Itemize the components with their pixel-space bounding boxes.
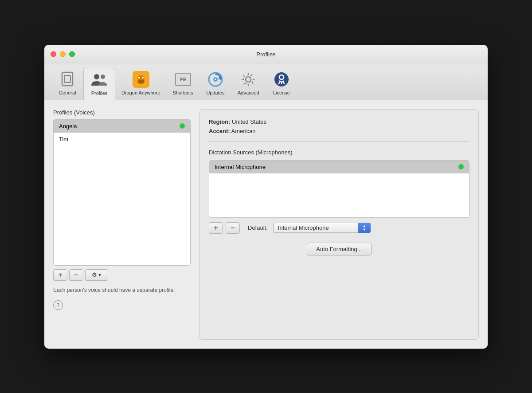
default-mic-select[interactable]: Internal Microphone bbox=[273, 223, 371, 233]
svg-point-10 bbox=[215, 79, 216, 80]
right-panel: Region: United States Accent: American D… bbox=[200, 109, 479, 340]
general-icon-wrap bbox=[59, 71, 76, 88]
remove-mic-button[interactable]: − bbox=[226, 222, 240, 234]
advanced-tab-label: Advanced bbox=[238, 90, 259, 95]
dictation-sources-title: Dictation Sources (Microphones) bbox=[209, 149, 469, 156]
tab-license[interactable]: License bbox=[266, 68, 297, 100]
license-tab-label: License bbox=[273, 90, 290, 95]
svg-point-6 bbox=[138, 77, 140, 79]
shortcuts-tab-label: Shortcuts bbox=[172, 90, 193, 95]
tab-updates[interactable]: Updates bbox=[200, 68, 231, 100]
profiles-icon-wrap bbox=[90, 71, 108, 89]
license-icon-wrap bbox=[273, 71, 290, 88]
window-controls bbox=[51, 51, 75, 57]
microphone-list: Internal Microphone bbox=[209, 160, 469, 218]
mic-remove-icon: − bbox=[231, 224, 235, 232]
active-indicator-angela bbox=[180, 123, 185, 129]
minimize-button[interactable] bbox=[60, 51, 66, 57]
region-value-text: United States bbox=[232, 118, 266, 125]
region-label: Region: bbox=[209, 118, 230, 125]
dragon-icon-wrap bbox=[132, 71, 150, 88]
window-title: Profiles bbox=[256, 51, 275, 58]
close-button[interactable] bbox=[51, 51, 56, 57]
toolbar: General Profiles bbox=[44, 64, 488, 100]
accent-value: American bbox=[231, 128, 256, 134]
profile-item-tim[interactable]: Tim bbox=[54, 133, 190, 145]
remove-profile-button[interactable]: − bbox=[69, 269, 83, 281]
mic-active-indicator bbox=[458, 164, 464, 169]
svg-rect-1 bbox=[64, 75, 70, 83]
gear-icon: ⚙ bbox=[92, 271, 97, 278]
minus-icon: − bbox=[74, 271, 78, 279]
advanced-icon bbox=[240, 71, 256, 87]
title-bar: Profiles bbox=[44, 45, 488, 64]
svg-point-3 bbox=[101, 75, 105, 79]
chevron-down-icon: ▼ bbox=[98, 273, 102, 277]
app-window: Profiles General bbox=[44, 45, 488, 349]
svg-rect-0 bbox=[62, 72, 73, 86]
profiles-list: Angela Tim bbox=[53, 119, 191, 266]
question-mark-icon: ? bbox=[57, 302, 60, 308]
section-divider bbox=[209, 141, 469, 142]
main-content: Profiles (Voices) Angela Tim + − ⚙ bbox=[44, 100, 488, 349]
dragon-tab-label: Dragon Anywhere bbox=[121, 90, 160, 95]
profile-list-controls: + − ⚙ ▼ bbox=[53, 269, 191, 281]
mic-add-icon: + bbox=[214, 224, 218, 232]
maximize-button[interactable] bbox=[69, 51, 75, 57]
general-tab-label: General bbox=[59, 90, 76, 95]
dragon-icon bbox=[133, 71, 149, 88]
mic-name-internal: Internal Microphone bbox=[215, 164, 266, 170]
add-icon: + bbox=[58, 271, 62, 279]
mic-item-internal[interactable]: Internal Microphone bbox=[209, 161, 469, 173]
tab-shortcuts[interactable]: F9 Shortcuts bbox=[166, 68, 199, 100]
tab-general[interactable]: General bbox=[51, 68, 83, 100]
svg-point-2 bbox=[94, 74, 99, 79]
tab-dragon[interactable]: Dragon Anywhere bbox=[115, 68, 166, 100]
profile-name-angela: Angela bbox=[59, 123, 77, 130]
profiles-panel-title: Profiles (Voices) bbox=[53, 109, 191, 116]
accent-label: Accent: bbox=[209, 128, 230, 134]
tab-advanced[interactable]: Advanced bbox=[231, 68, 266, 100]
updates-icon bbox=[207, 71, 223, 87]
general-icon bbox=[60, 71, 74, 87]
help-text: Each person's voice should have a separa… bbox=[53, 286, 191, 294]
svg-point-11 bbox=[246, 77, 251, 82]
advanced-icon-wrap bbox=[239, 71, 257, 88]
profile-name-tim: Tim bbox=[59, 136, 68, 142]
default-select-wrapper: Internal Microphone ▲ ▼ bbox=[273, 223, 371, 233]
add-mic-button[interactable]: + bbox=[209, 222, 223, 234]
mic-controls: + − Default: Internal Microphone ▲ ▼ bbox=[209, 222, 469, 234]
profiles-tab-label: Profiles bbox=[91, 90, 108, 96]
accent-row: Accent: American bbox=[209, 128, 469, 134]
shortcuts-icon-wrap: F9 bbox=[174, 71, 192, 88]
license-icon bbox=[274, 71, 289, 87]
shortcuts-icon: F9 bbox=[175, 73, 191, 86]
profiles-icon bbox=[90, 72, 108, 87]
add-profile-button[interactable]: + bbox=[53, 269, 67, 281]
default-label: Default: bbox=[248, 224, 268, 231]
help-button[interactable]: ? bbox=[53, 300, 63, 310]
region-row: Region: United States bbox=[209, 118, 469, 125]
tab-profiles[interactable]: Profiles bbox=[83, 68, 115, 100]
svg-point-7 bbox=[142, 77, 144, 79]
gear-menu-button[interactable]: ⚙ ▼ bbox=[85, 269, 108, 281]
updates-tab-label: Updates bbox=[206, 90, 224, 95]
updates-icon-wrap bbox=[207, 71, 224, 88]
profile-item-angela[interactable]: Angela bbox=[54, 120, 190, 133]
left-panel: Profiles (Voices) Angela Tim + − ⚙ bbox=[53, 109, 191, 340]
auto-formatting-button[interactable]: Auto Formatting... bbox=[307, 243, 371, 255]
